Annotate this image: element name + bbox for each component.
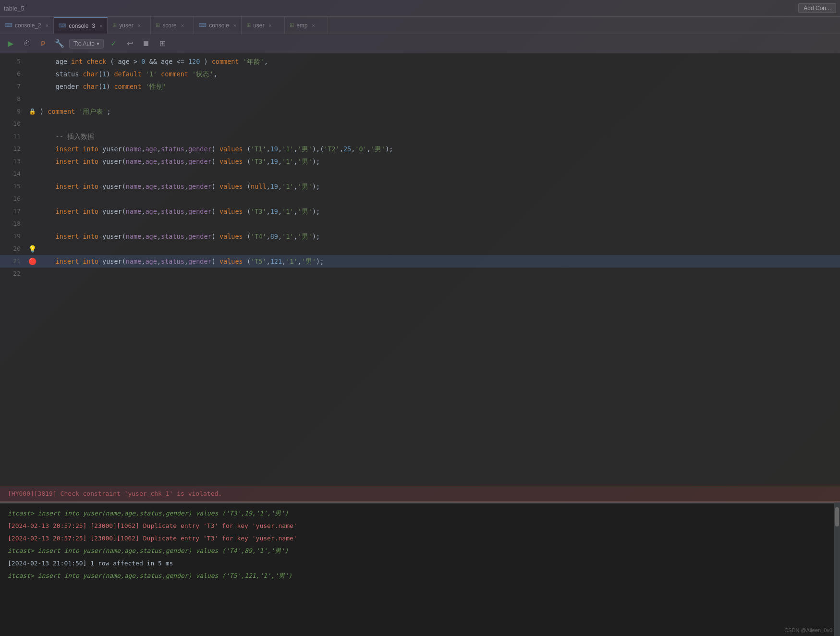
error-icon-21: 🔴 bbox=[28, 255, 37, 268]
gutter-12 bbox=[26, 143, 38, 155]
user-table-icon: ⊞ bbox=[246, 22, 251, 28]
line-num-11: 11 bbox=[0, 130, 26, 143]
line-num-20: 20 bbox=[0, 243, 26, 255]
output-line-4: itcast> insert into yuser(name,age,statu… bbox=[0, 545, 840, 557]
code-line-6: 6 status char(1) default '1' comment '状态… bbox=[0, 68, 840, 80]
line-num-22: 22 bbox=[0, 268, 26, 280]
tab-yuser-close[interactable]: × bbox=[138, 23, 141, 28]
code-line-20: 20 💡 bbox=[0, 243, 840, 255]
error-bar: [HY000][3819] Check constraint 'yuser_ch… bbox=[0, 486, 840, 501]
code-line-14: 14 bbox=[0, 168, 840, 180]
code-line-10: 10 bbox=[0, 118, 840, 130]
bulb-icon-20: 💡 bbox=[28, 243, 37, 255]
tab-yuser[interactable]: ⊞ yuser × bbox=[108, 17, 151, 34]
line-num-15: 15 bbox=[0, 180, 26, 193]
line-num-8: 8 bbox=[0, 93, 26, 105]
tabs-bar: ⌨ console_2 × ⌨ console_3 × ⊞ yuser × ⊞ … bbox=[0, 17, 840, 34]
gutter-8 bbox=[26, 93, 38, 105]
code-line-15: 15 insert into yuser(name,age,status,gen… bbox=[0, 180, 840, 193]
line-code-15: insert into yuser(name,age,status,gender… bbox=[38, 180, 840, 193]
gutter-5 bbox=[26, 55, 38, 68]
tab-emp-label: emp bbox=[296, 22, 307, 29]
tab-user-close[interactable]: × bbox=[268, 23, 271, 28]
gutter-19 bbox=[26, 230, 38, 243]
tab-console-close[interactable]: × bbox=[233, 23, 236, 28]
line-code-22 bbox=[38, 268, 840, 280]
tab-score-close[interactable]: × bbox=[181, 23, 184, 28]
gutter-10 bbox=[26, 118, 38, 130]
output-line-1: itcast> insert into yuser(name,age,statu… bbox=[0, 507, 840, 520]
code-line-7: 7 gender char(1) comment '性别' bbox=[0, 80, 840, 93]
output-wrapper: itcast> insert into yuser(name,age,statu… bbox=[0, 501, 840, 636]
watermark: CSDN @Aileen_0v0 bbox=[784, 627, 832, 633]
line-num-12: 12 bbox=[0, 143, 26, 155]
output-scrollbar[interactable] bbox=[834, 502, 840, 636]
code-line-16: 16 bbox=[0, 193, 840, 205]
line-num-10: 10 bbox=[0, 118, 26, 130]
commit-button[interactable]: ✓ bbox=[107, 37, 120, 50]
output-line-5: [2024-02-13 21:01:50] 1 row affected in … bbox=[0, 557, 840, 570]
output-panel[interactable]: itcast> insert into yuser(name,age,statu… bbox=[0, 502, 840, 636]
tab-console-label: console bbox=[209, 22, 229, 29]
code-line-22: 22 bbox=[0, 268, 840, 280]
code-line-9: 9 🔒 ) comment '用户表'; bbox=[0, 105, 840, 118]
gutter-15 bbox=[26, 180, 38, 193]
top-bar: table_5 Add Con... bbox=[0, 0, 840, 17]
tab-score[interactable]: ⊞ score × bbox=[151, 17, 194, 34]
tab-user[interactable]: ⊞ user × bbox=[242, 17, 285, 34]
code-panel[interactable]: 5 age int check ( age > 0 && age <= 120 … bbox=[0, 53, 840, 486]
code-line-19: 19 insert into yuser(name,age,status,gen… bbox=[0, 230, 840, 243]
pin-button[interactable]: P bbox=[37, 37, 50, 50]
code-line-18: 18 bbox=[0, 218, 840, 230]
gutter-13 bbox=[26, 155, 38, 168]
code-line-21: 21 🔴 insert into yuser(name,age,status,g… bbox=[0, 255, 840, 268]
gutter-22 bbox=[26, 268, 38, 280]
line-code-21: insert into yuser(name,age,status,gender… bbox=[38, 255, 840, 268]
tx-chevron-icon: ▾ bbox=[97, 40, 99, 47]
code-line-17: 17 insert into yuser(name,age,status,gen… bbox=[0, 205, 840, 218]
tab-emp-close[interactable]: × bbox=[312, 23, 315, 28]
tab-console3[interactable]: ⌨ console_3 × bbox=[54, 17, 108, 34]
gutter-17 bbox=[26, 205, 38, 218]
add-console-button[interactable]: Add Con... bbox=[798, 3, 836, 13]
line-code-13: insert into yuser(name,age,status,gender… bbox=[38, 155, 840, 168]
line-num-16: 16 bbox=[0, 193, 26, 205]
tx-dropdown[interactable]: Tx: Auto ▾ bbox=[69, 39, 104, 49]
output-line-2: [2024-02-13 20:57:25] [23000][1062] Dupl… bbox=[0, 520, 840, 532]
gutter-7 bbox=[26, 80, 38, 93]
code-line-8: 8 bbox=[0, 93, 840, 105]
gutter-16 bbox=[26, 193, 38, 205]
console-icon: ⌨ bbox=[5, 22, 12, 28]
output-scrollbar-thumb bbox=[835, 507, 839, 526]
history-button[interactable]: ⏱ bbox=[20, 37, 34, 50]
line-code-18 bbox=[38, 218, 840, 230]
emp-table-icon: ⊞ bbox=[290, 22, 294, 28]
grid-button[interactable]: ⊞ bbox=[156, 37, 169, 50]
tab-console3-close[interactable]: × bbox=[99, 23, 102, 29]
code-lines: 5 age int check ( age > 0 && age <= 120 … bbox=[0, 53, 840, 282]
line-num-9: 9 bbox=[0, 105, 26, 118]
line-num-18: 18 bbox=[0, 218, 26, 230]
line-num-5: 5 bbox=[0, 55, 26, 68]
output-line-6: itcast> insert into yuser(name,age,statu… bbox=[0, 570, 840, 582]
line-code-16 bbox=[38, 193, 840, 205]
tab-console[interactable]: ⌨ console × bbox=[194, 17, 242, 34]
stop-button[interactable]: ⏹ bbox=[139, 37, 153, 50]
gutter-18 bbox=[26, 218, 38, 230]
line-code-5: age int check ( age > 0 && age <= 120 ) … bbox=[38, 55, 840, 68]
tab-console2-close[interactable]: × bbox=[46, 23, 49, 28]
output-line-3: [2024-02-13 20:57:25] [23000][1062] Dupl… bbox=[0, 532, 840, 545]
line-code-19: insert into yuser(name,age,status,gender… bbox=[38, 230, 840, 243]
tab-console2[interactable]: ⌨ console_2 × bbox=[0, 17, 54, 34]
run-button[interactable]: ▶ bbox=[4, 37, 17, 50]
line-num-6: 6 bbox=[0, 68, 26, 80]
undo-button[interactable]: ↩ bbox=[123, 37, 136, 50]
app-container: table_5 Add Con... ⌨ console_2 × ⌨ conso… bbox=[0, 0, 840, 636]
wrench-button[interactable]: 🔧 bbox=[53, 37, 66, 50]
tab-score-label: score bbox=[162, 22, 176, 29]
tx-label: Tx: Auto bbox=[73, 40, 95, 47]
tab-emp[interactable]: ⊞ emp × bbox=[285, 17, 328, 34]
line-code-7: gender char(1) comment '性别' bbox=[38, 80, 840, 93]
gutter-11 bbox=[26, 130, 38, 143]
line-code-14 bbox=[38, 168, 840, 180]
